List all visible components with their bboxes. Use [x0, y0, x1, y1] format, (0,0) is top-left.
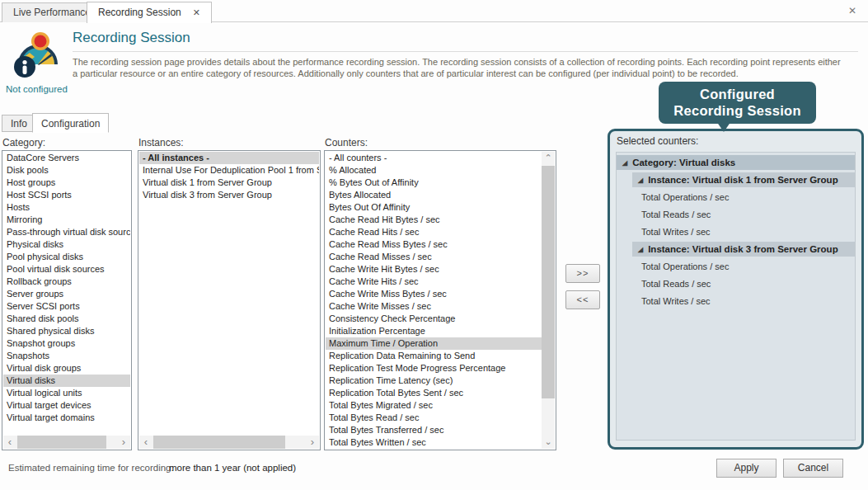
recording-session-window: Live Performance Recording Session✕ ✕ No…: [0, 0, 868, 490]
tree-row-label: Total Reads / sec: [641, 210, 711, 219]
scrollbar-thumb[interactable]: [542, 166, 555, 398]
list-item[interactable]: Pool virtual disk sources: [3, 263, 130, 276]
list-item[interactable]: Cache Read Misses / sec: [326, 251, 542, 263]
configured-recording-session-callout: Configured Recording Session: [659, 82, 816, 124]
category-listbox[interactable]: DataCore ServersDisk poolsHost groupsHos…: [2, 150, 132, 450]
list-item[interactable]: Snapshots: [3, 350, 130, 362]
expand-collapse-icon[interactable]: ◢: [638, 243, 643, 257]
add-counters-button[interactable]: >>: [565, 264, 600, 283]
list-item[interactable]: Cache Write Hit Bytes / sec: [326, 263, 542, 276]
tree-counter-row[interactable]: Total Writes / sec: [632, 224, 855, 239]
list-item[interactable]: - All instances -: [139, 152, 319, 164]
list-item[interactable]: Total Bytes Read / sec: [326, 412, 542, 424]
tree-instance-row[interactable]: ◢Instance: Virtual disk 3 from Server Gr…: [632, 242, 855, 257]
callout-line1: Configured: [662, 86, 813, 102]
counters-vertical-scrollbar[interactable]: ⌃ ⌄: [542, 152, 555, 449]
list-item[interactable]: Replication Test Mode Progress Percentag…: [326, 362, 542, 375]
list-item[interactable]: Rollback groups: [3, 276, 130, 288]
list-item[interactable]: Cache Write Miss Bytes / sec: [326, 288, 542, 300]
list-item[interactable]: Cache Write Hits / sec: [326, 276, 542, 288]
category-horizontal-scrollbar[interactable]: ‹ ›: [3, 436, 130, 449]
scroll-down-icon[interactable]: ⌄: [542, 436, 555, 449]
window-close-icon[interactable]: ✕: [848, 5, 856, 16]
list-item[interactable]: Maximum Time / Operation: [326, 337, 542, 350]
list-item[interactable]: Total Bytes Migrated / sec: [326, 399, 542, 412]
tree-counter-row[interactable]: Total Reads / sec: [632, 276, 855, 291]
list-item[interactable]: Virtual target devices: [3, 399, 130, 412]
remove-counters-button[interactable]: <<: [565, 290, 600, 309]
list-item[interactable]: Virtual disk 3 from Server Group: [139, 189, 319, 201]
list-item[interactable]: Cache Read Hit Bytes / sec: [326, 214, 542, 226]
list-item[interactable]: Bytes Out Of Affinity: [326, 201, 542, 214]
scrollbar-thumb[interactable]: [17, 436, 106, 449]
status-not-configured[interactable]: Not configured: [6, 84, 68, 94]
scroll-right-icon[interactable]: ›: [306, 436, 319, 449]
scroll-left-icon[interactable]: ‹: [3, 436, 16, 449]
apply-button[interactable]: Apply: [716, 459, 777, 478]
cancel-button[interactable]: Cancel: [783, 459, 843, 478]
list-item[interactable]: % Allocated: [326, 164, 542, 177]
list-item[interactable]: Cache Read Hits / sec: [326, 226, 542, 238]
list-item[interactable]: Total Bytes Written / sec: [326, 436, 542, 449]
list-item[interactable]: Total Bytes Transferred / sec: [326, 424, 542, 436]
tree-category-row[interactable]: ◢Category: Virtual disks: [617, 155, 855, 170]
tree-counter-row[interactable]: Total Operations / sec: [632, 190, 855, 205]
list-item[interactable]: Replication Time Latency (sec): [326, 375, 542, 387]
tab-recording-session[interactable]: Recording Session✕: [87, 2, 212, 23]
tab-configuration[interactable]: Configuration: [32, 113, 109, 133]
list-item[interactable]: Hosts: [3, 201, 130, 214]
list-item[interactable]: Virtual logical units: [3, 387, 130, 399]
instances-label: Instances:: [138, 137, 184, 148]
list-item[interactable]: Mirroring: [3, 214, 130, 226]
counters-listbox[interactable]: - All counters -% Allocated% Bytes Out o…: [324, 150, 556, 450]
list-item[interactable]: Virtual disk groups: [3, 362, 130, 375]
tree-counter-row[interactable]: Total Reads / sec: [632, 207, 855, 222]
instances-items: - All instances -Internal Use For Dedupl…: [139, 152, 319, 436]
list-item[interactable]: Consistency Check Percentage: [326, 313, 542, 325]
list-item[interactable]: Internal Use For Deduplication Pool 1 fr…: [139, 164, 319, 177]
tab-recording-session-label: Recording Session: [98, 7, 181, 18]
list-item[interactable]: Virtual target domains: [3, 412, 130, 424]
document-tab-bar: Live Performance Recording Session✕ ✕: [0, 0, 868, 22]
category-label: Category:: [2, 137, 45, 148]
tree-row-label: Total Writes / sec: [641, 227, 711, 237]
category-items: DataCore ServersDisk poolsHost groupsHos…: [3, 152, 130, 436]
tree-instance-row[interactable]: ◢Instance: Virtual disk 1 from Server Gr…: [632, 172, 855, 187]
list-item[interactable]: Pass-through virtual disk sources: [3, 226, 130, 238]
list-item[interactable]: Host groups: [3, 177, 130, 189]
list-item[interactable]: Initialization Percentage: [326, 325, 542, 337]
scroll-right-icon[interactable]: ›: [117, 436, 130, 449]
list-item[interactable]: Cache Read Miss Bytes / sec: [326, 238, 542, 251]
list-item[interactable]: Disk pools: [3, 164, 130, 177]
list-item[interactable]: Replication Data Remaining to Send: [326, 350, 542, 362]
selected-counters-tree[interactable]: ◢Category: Virtual disks◢Instance: Virtu…: [616, 152, 856, 441]
list-item[interactable]: Physical disks: [3, 238, 130, 251]
list-item[interactable]: % Bytes Out of Affinity: [326, 177, 542, 189]
list-item[interactable]: Shared physical disks: [3, 325, 130, 337]
list-item[interactable]: DataCore Servers: [3, 152, 130, 164]
instances-horizontal-scrollbar[interactable]: ‹ ›: [139, 436, 319, 449]
list-item[interactable]: Server SCSI ports: [3, 300, 130, 313]
list-item[interactable]: Shared disk pools: [3, 313, 130, 325]
tree-counter-row[interactable]: Total Writes / sec: [632, 294, 855, 309]
tab-info[interactable]: Info: [2, 115, 36, 132]
list-item[interactable]: Server groups: [3, 288, 130, 300]
expand-collapse-icon[interactable]: ◢: [622, 156, 627, 170]
expand-collapse-icon[interactable]: ◢: [638, 173, 643, 187]
instances-listbox[interactable]: - All instances -Internal Use For Dedupl…: [138, 150, 321, 450]
list-item[interactable]: Virtual disks: [3, 375, 130, 387]
scrollbar-thumb[interactable]: [153, 436, 285, 449]
scroll-up-icon[interactable]: ⌃: [542, 152, 555, 165]
list-item[interactable]: Snapshot groups: [3, 337, 130, 350]
list-item[interactable]: Host SCSI ports: [3, 189, 130, 201]
tree-counter-row[interactable]: Total Operations / sec: [632, 259, 855, 274]
list-item[interactable]: Replication Total Bytes Sent / sec: [326, 387, 542, 399]
list-item[interactable]: Bytes Allocated: [326, 189, 542, 201]
list-item[interactable]: - All counters -: [326, 152, 542, 164]
tree-row-label: Instance: Virtual disk 1 from Server Gro…: [648, 175, 838, 185]
list-item[interactable]: Virtual disk 1 from Server Group: [139, 177, 319, 189]
list-item[interactable]: Pool physical disks: [3, 251, 130, 263]
tab-close-icon[interactable]: ✕: [193, 7, 200, 17]
scroll-left-icon[interactable]: ‹: [139, 436, 152, 449]
list-item[interactable]: Cache Write Misses / sec: [326, 300, 542, 313]
